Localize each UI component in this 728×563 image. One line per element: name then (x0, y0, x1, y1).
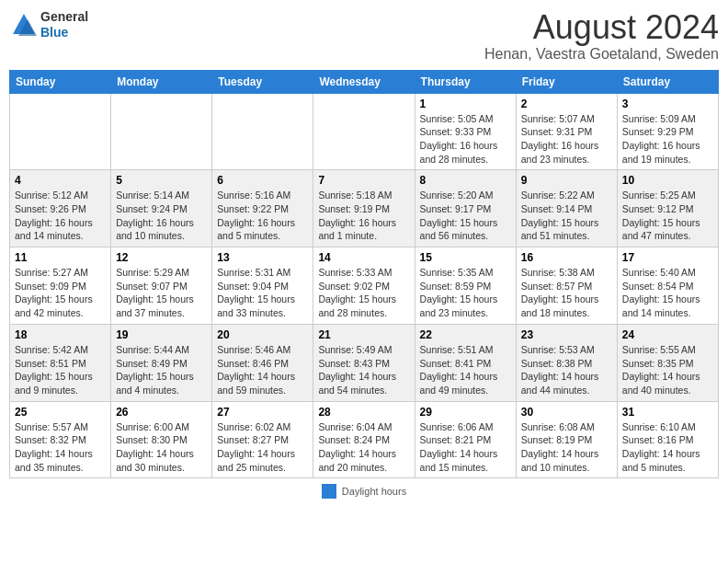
day-number: 21 (318, 328, 409, 341)
day-info: Sunrise: 5:46 AM Sunset: 8:46 PM Dayligh… (217, 343, 308, 397)
day-info: Sunrise: 5:07 AM Sunset: 9:31 PM Dayligh… (521, 112, 612, 167)
day-number: 10 (622, 174, 713, 187)
day-number: 8 (420, 174, 511, 187)
footer: Daylight hours (9, 484, 719, 499)
day-number: 13 (217, 251, 308, 264)
day-number: 31 (622, 406, 713, 419)
day-info: Sunrise: 5:44 AM Sunset: 8:49 PM Dayligh… (116, 343, 207, 397)
day-cell: 9Sunrise: 5:22 AM Sunset: 9:14 PM Daylig… (516, 170, 617, 247)
logo: General Blue (9, 9, 88, 40)
day-cell: 8Sunrise: 5:20 AM Sunset: 9:17 PM Daylig… (415, 170, 516, 247)
day-cell: 10Sunrise: 5:25 AM Sunset: 9:12 PM Dayli… (617, 170, 718, 247)
day-cell: 21Sunrise: 5:49 AM Sunset: 8:43 PM Dayli… (313, 324, 415, 401)
day-cell: 2Sunrise: 5:07 AM Sunset: 9:31 PM Daylig… (516, 93, 617, 170)
header: General Blue August 2024 Henan, Vaestra … (9, 9, 719, 63)
day-cell: 6Sunrise: 5:16 AM Sunset: 9:22 PM Daylig… (212, 170, 313, 247)
col-header-wednesday: Wednesday (313, 70, 415, 93)
day-number: 18 (15, 328, 106, 341)
day-cell: 15Sunrise: 5:35 AM Sunset: 8:59 PM Dayli… (415, 247, 516, 325)
day-cell (111, 93, 212, 170)
col-header-tuesday: Tuesday (212, 70, 313, 93)
logo-icon (9, 12, 39, 38)
calendar-header-row: SundayMondayTuesdayWednesdayThursdayFrid… (10, 70, 719, 93)
col-header-saturday: Saturday (617, 70, 718, 93)
day-cell: 28Sunrise: 6:04 AM Sunset: 8:24 PM Dayli… (313, 401, 415, 478)
day-cell: 7Sunrise: 5:18 AM Sunset: 9:19 PM Daylig… (313, 170, 415, 247)
day-number: 30 (521, 406, 612, 419)
day-info: Sunrise: 5:31 AM Sunset: 9:04 PM Dayligh… (217, 266, 308, 320)
day-number: 16 (521, 251, 612, 264)
day-info: Sunrise: 5:53 AM Sunset: 8:38 PM Dayligh… (521, 343, 612, 397)
day-info: Sunrise: 6:04 AM Sunset: 8:24 PM Dayligh… (318, 420, 409, 475)
day-cell (313, 93, 415, 170)
day-cell (10, 93, 111, 170)
day-info: Sunrise: 5:49 AM Sunset: 8:43 PM Dayligh… (318, 343, 409, 397)
day-cell: 4Sunrise: 5:12 AM Sunset: 9:26 PM Daylig… (10, 170, 111, 247)
day-number: 28 (318, 406, 409, 419)
day-cell (212, 93, 313, 170)
day-number: 24 (622, 328, 713, 341)
day-info: Sunrise: 5:14 AM Sunset: 9:24 PM Dayligh… (116, 189, 207, 243)
col-header-sunday: Sunday (10, 70, 111, 93)
day-info: Sunrise: 6:02 AM Sunset: 8:27 PM Dayligh… (217, 420, 308, 475)
col-header-monday: Monday (111, 70, 212, 93)
col-header-friday: Friday (516, 70, 617, 93)
day-info: Sunrise: 5:29 AM Sunset: 9:07 PM Dayligh… (116, 266, 207, 320)
day-cell: 30Sunrise: 6:08 AM Sunset: 8:19 PM Dayli… (516, 401, 617, 478)
day-info: Sunrise: 6:06 AM Sunset: 8:21 PM Dayligh… (420, 420, 511, 475)
day-number: 6 (217, 174, 308, 187)
calendar: SundayMondayTuesdayWednesdayThursdayFrid… (9, 70, 719, 479)
day-number: 19 (116, 328, 207, 341)
day-number: 5 (116, 174, 207, 187)
day-number: 20 (217, 328, 308, 341)
day-info: Sunrise: 5:42 AM Sunset: 8:51 PM Dayligh… (15, 343, 106, 397)
day-cell: 24Sunrise: 5:55 AM Sunset: 8:35 PM Dayli… (617, 324, 718, 401)
day-number: 9 (521, 174, 612, 187)
day-number: 11 (15, 251, 106, 264)
day-info: Sunrise: 5:40 AM Sunset: 8:54 PM Dayligh… (622, 266, 713, 320)
day-number: 17 (622, 251, 713, 264)
day-number: 1 (420, 98, 511, 110)
day-cell: 17Sunrise: 5:40 AM Sunset: 8:54 PM Dayli… (617, 247, 718, 325)
day-info: Sunrise: 5:18 AM Sunset: 9:19 PM Dayligh… (318, 189, 409, 243)
daylight-swatch (322, 484, 336, 499)
day-cell: 23Sunrise: 5:53 AM Sunset: 8:38 PM Dayli… (516, 324, 617, 401)
day-number: 3 (622, 98, 713, 110)
day-info: Sunrise: 5:33 AM Sunset: 9:02 PM Dayligh… (318, 266, 409, 320)
day-info: Sunrise: 5:16 AM Sunset: 9:22 PM Dayligh… (217, 189, 308, 243)
day-number: 29 (420, 406, 511, 419)
day-cell: 29Sunrise: 6:06 AM Sunset: 8:21 PM Dayli… (415, 401, 516, 478)
week-row-3: 11Sunrise: 5:27 AM Sunset: 9:09 PM Dayli… (10, 247, 719, 325)
day-info: Sunrise: 5:25 AM Sunset: 9:12 PM Dayligh… (622, 189, 713, 243)
day-cell: 16Sunrise: 5:38 AM Sunset: 8:57 PM Dayli… (516, 247, 617, 325)
day-cell: 19Sunrise: 5:44 AM Sunset: 8:49 PM Dayli… (111, 324, 212, 401)
day-number: 4 (15, 174, 106, 187)
day-cell: 5Sunrise: 5:14 AM Sunset: 9:24 PM Daylig… (111, 170, 212, 247)
subtitle: Henan, Vaestra Goetaland, Sweden (484, 46, 719, 63)
day-cell: 31Sunrise: 6:10 AM Sunset: 8:16 PM Dayli… (617, 401, 718, 478)
day-info: Sunrise: 5:35 AM Sunset: 8:59 PM Dayligh… (420, 266, 511, 320)
day-number: 15 (420, 251, 511, 264)
day-info: Sunrise: 5:12 AM Sunset: 9:26 PM Dayligh… (15, 189, 106, 243)
day-info: Sunrise: 6:08 AM Sunset: 8:19 PM Dayligh… (521, 420, 612, 475)
logo-general-text: General (40, 9, 88, 25)
day-info: Sunrise: 6:00 AM Sunset: 8:30 PM Dayligh… (116, 420, 207, 475)
day-cell: 11Sunrise: 5:27 AM Sunset: 9:09 PM Dayli… (10, 247, 111, 325)
day-info: Sunrise: 5:20 AM Sunset: 9:17 PM Dayligh… (420, 189, 511, 243)
day-number: 12 (116, 251, 207, 264)
day-number: 7 (318, 174, 409, 187)
day-info: Sunrise: 5:51 AM Sunset: 8:41 PM Dayligh… (420, 343, 511, 397)
day-info: Sunrise: 5:05 AM Sunset: 9:33 PM Dayligh… (420, 112, 511, 167)
day-number: 27 (217, 406, 308, 419)
day-info: Sunrise: 5:09 AM Sunset: 9:29 PM Dayligh… (622, 112, 713, 167)
day-cell: 3Sunrise: 5:09 AM Sunset: 9:29 PM Daylig… (617, 93, 718, 170)
day-cell: 18Sunrise: 5:42 AM Sunset: 8:51 PM Dayli… (10, 324, 111, 401)
day-cell: 14Sunrise: 5:33 AM Sunset: 9:02 PM Dayli… (313, 247, 415, 325)
day-cell: 13Sunrise: 5:31 AM Sunset: 9:04 PM Dayli… (212, 247, 313, 325)
day-number: 26 (116, 406, 207, 419)
day-cell: 12Sunrise: 5:29 AM Sunset: 9:07 PM Dayli… (111, 247, 212, 325)
day-number: 14 (318, 251, 409, 264)
day-cell: 27Sunrise: 6:02 AM Sunset: 8:27 PM Dayli… (212, 401, 313, 478)
week-row-5: 25Sunrise: 5:57 AM Sunset: 8:32 PM Dayli… (10, 401, 719, 478)
day-info: Sunrise: 6:10 AM Sunset: 8:16 PM Dayligh… (622, 420, 713, 475)
